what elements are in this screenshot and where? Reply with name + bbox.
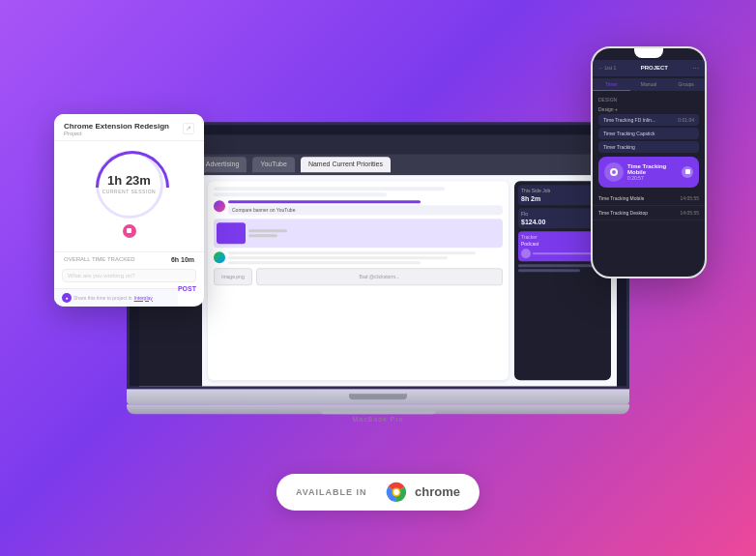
timer-circle: 1h 23m CURRENT SESSION (96, 151, 163, 219)
laptop-label: MacBook Pro (127, 416, 629, 423)
phone-task-name-2: Timer Tracking Capstick (603, 131, 654, 136)
laptop-main-content: Compare banner on YouTube (202, 175, 617, 386)
phone-task-name-3: Timer Tracking (603, 144, 635, 150)
ext-expand-icon[interactable]: ↗ (183, 123, 194, 134)
phone-menu-icon[interactable]: ··· (692, 64, 699, 73)
ext-header: Chrome Extension Redesign Project ↗ (54, 114, 204, 141)
phone-list-item-1[interactable]: Time Tracking Mobile 14:05:55 (593, 191, 705, 206)
laptop-top-bar (139, 134, 617, 154)
chat-message-2 (214, 251, 503, 264)
phone-tab-manual[interactable]: Manual (630, 78, 668, 91)
phone-tabs: Timer Manual Groups (593, 78, 705, 91)
browser-tab-priorities[interactable]: Named Current Priorities (301, 157, 391, 172)
timer-stop-button[interactable] (123, 224, 136, 238)
ext-stats: OVERALL TIME TRACKED 6h 10m (54, 251, 204, 265)
phone-screen: ← List 1 PROJECT ··· Timer Manual Groups… (593, 48, 705, 277)
timer-arc (80, 135, 184, 239)
phone-project-group: Design + Time Tracking FD Inlin... 0:01:… (593, 106, 705, 153)
phone-list-name-1: Time Tracking Mobile (598, 195, 644, 201)
main-scene: Marketing Advertising YouTube Named Curr… (30, 17, 726, 540)
ext-subtitle: Project (64, 131, 169, 136)
phone-active-timer-card: Time Tracking Mobile 0:20:57 (598, 157, 699, 188)
phone-tab-groups[interactable]: Groups (667, 78, 705, 91)
overall-time: 6h 10m (171, 256, 194, 263)
laptop-notch (349, 394, 407, 399)
badge-chrome-text: chrome (415, 484, 460, 499)
phone-header-title: PROJECT (641, 65, 668, 71)
browser-tab-advertising[interactable]: Advertising (198, 157, 247, 172)
phone-list-time-1: 14:05:55 (681, 195, 699, 201)
phone-notch (634, 48, 663, 58)
phone-list-time-2: 14:05:55 (681, 210, 699, 216)
msg-text-1: Compare banner on YouTube (228, 205, 503, 215)
avatar-2 (214, 251, 225, 263)
chat-panel: Compare banner on YouTube (208, 181, 509, 380)
phone-timer-time: 0:20:57 (627, 175, 678, 181)
browser-tab-bar: Marketing Advertising YouTube Named Curr… (139, 154, 617, 175)
phone-timer-title: Time Tracking Mobile (627, 163, 678, 175)
laptop-stand (127, 404, 629, 414)
chat-message-1: Compare banner on YouTube (214, 200, 503, 215)
main-panel-row: Compare banner on YouTube (208, 181, 611, 380)
phone-task-time-1: 0:01:04 (678, 117, 694, 123)
ext-body: 1h 23m CURRENT SESSION (54, 141, 204, 251)
phone-task-item-2[interactable]: Timer Tracking Capstick (598, 128, 699, 139)
phone-list-name-2: Time Tracking Desktop (598, 210, 648, 216)
avatar-1 (214, 200, 225, 212)
share-link[interactable]: Interplay (134, 295, 153, 301)
post-button[interactable]: POST (178, 285, 196, 292)
extension-popup: Chrome Extension Redesign Project ↗ 1h 2… (54, 114, 204, 307)
phone-back-icon[interactable]: ← List 1 (598, 65, 616, 71)
phone-timer-info: Time Tracking Mobile 0:20:57 (627, 163, 678, 181)
overall-label: OVERALL TIME TRACKED (64, 256, 135, 262)
phone-tab-timer[interactable]: Timer (593, 78, 630, 91)
laptop-content: Compare banner on YouTube (139, 175, 617, 386)
phone-timer-stop-btn[interactable] (682, 166, 693, 178)
svg-point-2 (393, 489, 399, 495)
phone-stop-icon (685, 169, 690, 174)
badge-available-text: AVAILABLE IN (296, 487, 367, 497)
stop-icon (127, 228, 131, 233)
phone-section-title: DESIGN (593, 95, 705, 104)
phone-header: ← List 1 PROJECT ··· (593, 60, 705, 76)
browser-tab-youtube[interactable]: YouTube (252, 157, 295, 172)
ext-input[interactable]: What are you working on? (62, 269, 196, 282)
chrome-badge[interactable]: AVAILABLE IN chrome (276, 474, 480, 511)
ext-input-area: What are you working on? POST (54, 265, 204, 288)
phone-task-item-1[interactable]: Time Tracking FD Inlin... 0:01:04 (598, 114, 699, 126)
phone-task-item-3[interactable]: Timer Tracking (598, 141, 699, 153)
stand-foot (320, 410, 436, 414)
badge-in-text (375, 487, 379, 497)
chrome-icon (386, 482, 407, 503)
phone-project-name: Design + (598, 106, 699, 112)
ext-title: Chrome Extension Redesign (64, 122, 169, 131)
share-avatar-icon: ● (62, 293, 72, 303)
share-text: Share this time to project in (73, 295, 132, 301)
phone-timer-inner (610, 168, 618, 176)
phone-list-item-2[interactable]: Time Tracking Desktop 14:05:55 (593, 206, 705, 220)
ext-bottom-bar: ● Share this time to project in Interpla… (54, 288, 178, 307)
phone-device: ← List 1 PROJECT ··· Timer Manual Groups… (591, 46, 707, 278)
laptop-base (127, 389, 629, 404)
phone-task-name-1: Time Tracking FD Inlin... (603, 117, 655, 123)
phone-timer-icon (604, 162, 624, 182)
